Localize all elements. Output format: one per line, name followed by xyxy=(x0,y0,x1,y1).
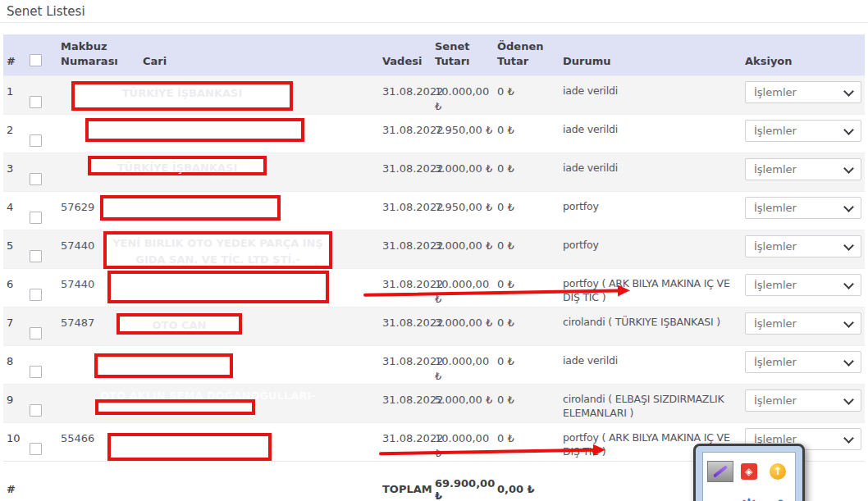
stamp-grid: ◈↑✖ xyxy=(702,452,796,501)
senet-tutari-cell: 3.000,00 ₺ xyxy=(433,307,496,346)
orange-arrow-stamp-icon-button[interactable]: ↑ xyxy=(765,461,791,482)
odenen-tutar-cell: 0 ₺ xyxy=(496,115,561,153)
actions-select-wrap: İşlemler xyxy=(745,120,861,142)
title-divider xyxy=(0,22,868,23)
row-actions-select[interactable]: İşlemler xyxy=(745,351,861,373)
arrow-shaft xyxy=(379,449,595,456)
red-diamond-stamp-icon: ◈ xyxy=(741,463,757,480)
redacted-ghost-text: OTO AKLIN SEMA DOĞANOĞULLARI- xyxy=(100,388,250,404)
stamp-palette-dialog[interactable]: ◈↑✖ xyxy=(693,444,805,501)
row-actions-select[interactable]: İşlemler xyxy=(745,235,861,257)
redaction-box xyxy=(107,271,329,303)
durum-cell: iade verildi xyxy=(561,346,743,385)
vadesi-cell: 31.08.2022 xyxy=(381,153,433,192)
footer-toplam-senet: 69.900,00 ₺ xyxy=(433,462,496,501)
row-checkbox-cell xyxy=(28,307,59,346)
row-checkbox[interactable] xyxy=(30,96,42,108)
redaction-box: OTO AKLIN SEMA DOĞANOĞULLARI- xyxy=(95,399,255,415)
senet-tutari-cell: 7.950,00 ₺ xyxy=(433,115,496,153)
row-checkbox[interactable] xyxy=(30,212,42,224)
row-checkbox-cell xyxy=(28,269,59,307)
table-header: #Makbuz NumarasıCariVadesiSenet TutarıÖd… xyxy=(3,34,865,76)
redacted-ghost-text: TÜRKİYE İŞBANKASI xyxy=(76,85,288,102)
row-checkbox[interactable] xyxy=(30,289,42,301)
row-actions-select[interactable]: İşlemler xyxy=(745,197,861,219)
row-number: 9 xyxy=(3,385,28,423)
aksiyon-cell: İşlemler xyxy=(743,230,865,269)
redaction-box: OTO CAN xyxy=(116,313,242,335)
row-actions-select[interactable]: İşlemler xyxy=(745,389,861,412)
arrow-head xyxy=(618,285,630,296)
people-stamp-icon-button[interactable] xyxy=(765,495,791,501)
row-actions-select[interactable]: İşlemler xyxy=(745,158,861,180)
redaction-box: TÜRKİYE İŞBANKASI xyxy=(71,81,293,111)
row-checkbox[interactable] xyxy=(30,173,42,185)
redaction-box: TÜRKİYE İŞBANKASI xyxy=(88,156,267,175)
row-number: 1 xyxy=(3,76,28,115)
row-actions-select[interactable]: İşlemler xyxy=(745,274,861,296)
odenen-tutar-cell: 0 ₺ xyxy=(496,346,561,385)
aksiyon-cell: İşlemler xyxy=(743,307,865,346)
row-checkbox-cell xyxy=(28,192,59,230)
row-checkbox[interactable] xyxy=(30,327,42,339)
row-actions-select[interactable]: İşlemler xyxy=(745,312,861,335)
redaction-box xyxy=(85,118,304,142)
pen-stamp-icon xyxy=(713,465,728,477)
row-checkbox-cell xyxy=(28,385,59,423)
row-checkbox-cell xyxy=(28,76,59,115)
column-header-aksiyon: Aksiyon xyxy=(743,34,865,76)
row-checkbox-cell xyxy=(28,115,59,153)
select-all-checkbox[interactable] xyxy=(30,54,42,66)
aksiyon-cell: İşlemler xyxy=(743,76,865,115)
actions-select-wrap: İşlemler xyxy=(745,197,861,219)
row-number: 6 xyxy=(3,269,28,307)
row-checkbox[interactable] xyxy=(30,134,42,147)
odenen-tutar-cell: 0 ₺ xyxy=(496,192,561,230)
senet-tutari-cell: 10.000,00 ₺ xyxy=(433,76,496,115)
redacted-ghost-text: OTO CAN xyxy=(121,317,237,334)
row-actions-select[interactable]: İşlemler xyxy=(745,81,861,103)
pen-stamp-icon-button[interactable] xyxy=(707,461,733,482)
row-checkbox[interactable] xyxy=(30,404,42,417)
row-checkbox-cell xyxy=(28,153,59,192)
vadesi-cell: 31.08.2022 xyxy=(381,346,433,385)
aksiyon-cell: İşlemler xyxy=(743,269,865,307)
vadesi-cell: 31.08.2022 xyxy=(381,115,433,153)
durum-cell: cirolandi ( ELBAŞI SIZDIRMAZLIK ELEMANLA… xyxy=(561,385,743,423)
odenen-tutar-cell: 0 ₺ xyxy=(496,153,561,192)
footer-spacer xyxy=(28,462,381,501)
column-header-vadesi: Vadesi xyxy=(381,34,433,76)
people-stamp-icon xyxy=(770,498,786,501)
row-checkbox-cell xyxy=(28,423,59,462)
column-header-durum: Durumu xyxy=(561,34,743,76)
column-header-num: # xyxy=(3,34,28,76)
row-actions-select[interactable]: İşlemler xyxy=(745,120,861,142)
column-header-cari: Cari xyxy=(141,34,381,76)
redaction-box: YENİ BIRLIK OTO YEDEK PARÇA INŞ GIDA SAN… xyxy=(103,231,332,269)
footer-toplam-label: TOPLAM xyxy=(381,462,433,501)
column-header-odenen: Ödenen Tutar xyxy=(496,34,561,76)
vadesi-cell: 31.08.2022 xyxy=(381,76,433,115)
actions-select-wrap: İşlemler xyxy=(745,312,861,335)
aksiyon-cell: İşlemler xyxy=(743,153,865,192)
redacted-ghost-text: YENİ BIRLIK OTO YEDEK PARÇA INŞ GIDA SAN… xyxy=(108,235,327,267)
black-cross-stamp-icon-button[interactable]: ✖ xyxy=(707,495,733,501)
row-checkbox[interactable] xyxy=(30,443,42,455)
row-number: 4 xyxy=(3,192,28,230)
actions-select-wrap: İşlemler xyxy=(745,158,861,180)
aksiyon-cell: İşlemler xyxy=(743,192,865,230)
aksiyon-cell: İşlemler xyxy=(743,115,865,153)
senet-tutari-cell: 5.000,00 ₺ xyxy=(433,385,496,423)
row-checkbox[interactable] xyxy=(30,366,42,378)
red-diamond-stamp-icon-button[interactable]: ◈ xyxy=(736,461,762,482)
senet-tutari-cell: 3.000,00 ₺ xyxy=(433,230,496,269)
snowflake-stamp-icon-button[interactable] xyxy=(736,495,762,501)
arrow-head xyxy=(593,444,605,456)
vadesi-cell: 31.08.2022 xyxy=(381,307,433,346)
row-checkbox[interactable] xyxy=(30,250,42,262)
redacted-ghost-text: TÜRKİYE İŞBANKASI xyxy=(93,160,262,176)
redaction-box xyxy=(100,195,281,221)
row-checkbox-cell xyxy=(28,230,59,269)
orange-arrow-stamp-icon: ↑ xyxy=(770,463,786,480)
arrow-shaft xyxy=(363,289,619,296)
